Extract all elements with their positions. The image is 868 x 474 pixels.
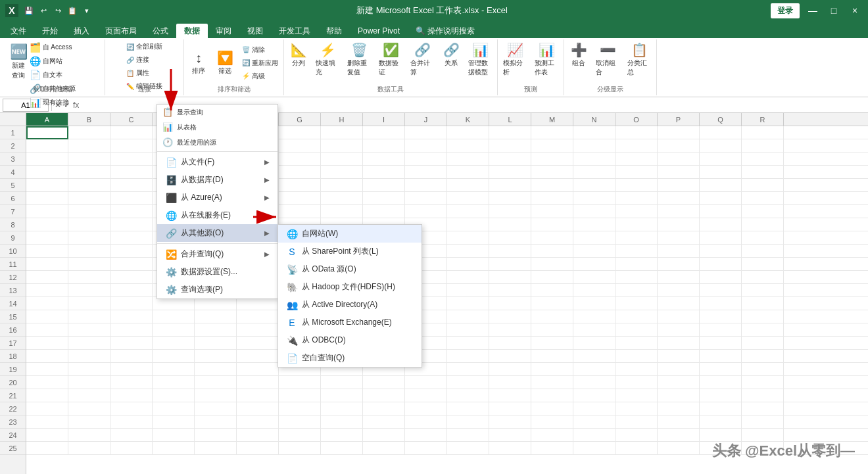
cell-c1[interactable] [110, 126, 153, 139]
from-online-services-item[interactable]: 🌐 从在线服务(E) ▶ [157, 206, 277, 224]
row-25[interactable]: 25 [0, 442, 26, 455]
row-9[interactable]: 9 [0, 231, 26, 245]
col-header-N[interactable]: N [573, 113, 615, 126]
ungroup-btn[interactable]: ➖ 取消组合 [593, 41, 622, 78]
manage-model-btn[interactable]: 📊 管理数据模型 [466, 41, 494, 78]
tab-formulas[interactable]: 公式 [145, 24, 176, 38]
print-quick-btn[interactable]: 📋 [66, 4, 79, 17]
from-table-item[interactable]: 📊 从表格 [157, 120, 277, 135]
row-3[interactable]: 3 [0, 153, 26, 166]
cell-l1[interactable] [489, 126, 531, 139]
from-active-directory-item[interactable]: 👥 从 Active Directory(A) [278, 296, 422, 314]
row-15[interactable]: 15 [0, 310, 26, 323]
row-4[interactable]: 4 [0, 166, 26, 179]
advanced-btn[interactable]: ⚡ 高级 [239, 70, 281, 82]
from-azure-item[interactable]: ⬛ 从 Azure(A) ▶ [157, 189, 277, 206]
from-web-item[interactable]: 🌐 自网站(W) [278, 225, 422, 243]
connections-btn[interactable]: 🔗 连接 [124, 54, 152, 66]
cell-i1[interactable] [363, 126, 405, 139]
recent-sources-item[interactable]: 🕐 最近使用的源 [157, 135, 277, 150]
row-17[interactable]: 17 [0, 337, 26, 350]
col-header-P[interactable]: P [658, 113, 700, 126]
cell-a2[interactable] [26, 139, 68, 153]
filter-btn[interactable]: 🔽 筛选 [213, 49, 237, 77]
new-query-btn[interactable]: 🆕 新建 查询 [3, 42, 34, 82]
from-other-sources-item[interactable]: 🔗 从其他源(O) ▶ 🌐 自网站(W) S 从 SharePoint 列表(L… [157, 224, 277, 242]
split-btn[interactable]: 📐 分列 [287, 41, 310, 69]
cell-k1[interactable] [447, 126, 489, 139]
row-6[interactable]: 6 [0, 192, 26, 205]
customize-quick-btn[interactable]: ▾ [80, 4, 93, 17]
cell-a1[interactable] [26, 126, 68, 139]
from-hadoop-item[interactable]: 🐘 从 Hadoop 文件(HDFS)(H) [278, 278, 422, 296]
minimize-button[interactable]: — [805, 3, 821, 18]
tab-help[interactable]: 帮助 [318, 24, 350, 38]
query-options-item[interactable]: ⚙️ 查询选项(P) [157, 281, 277, 298]
row-11[interactable]: 11 [0, 258, 26, 271]
consolidate-btn[interactable]: 🔗 合并计算 [408, 41, 437, 78]
tab-page-layout[interactable]: 页面布局 [97, 24, 145, 38]
col-header-R[interactable]: R [742, 113, 784, 126]
col-header-J[interactable]: J [405, 113, 447, 126]
close-button[interactable]: × [847, 3, 863, 18]
subtotal-btn[interactable]: 📋 分类汇总 [625, 41, 654, 78]
from-odata-item[interactable]: 📡 从 OData 源(O) [278, 260, 422, 278]
what-if-btn[interactable]: 📈 模拟分析 [500, 41, 529, 78]
forecast-sheet-btn[interactable]: 📊 预测工作表 [532, 41, 561, 78]
properties-btn[interactable]: 📋 属性 [124, 67, 152, 79]
tab-developer[interactable]: 开发工具 [271, 24, 318, 38]
from-sharepoint-item[interactable]: S 从 SharePoint 列表(L) [278, 243, 422, 260]
reapply-btn[interactable]: 🔄 重新应用 [239, 57, 281, 69]
row-23[interactable]: 23 [0, 415, 26, 429]
col-header-I[interactable]: I [363, 113, 405, 126]
row-5[interactable]: 5 [0, 179, 26, 192]
col-header-H[interactable]: H [321, 113, 363, 126]
row-20[interactable]: 20 [0, 376, 26, 389]
save-quick-btn[interactable]: 💾 [22, 4, 36, 17]
row-10[interactable]: 10 [0, 245, 26, 258]
tab-data[interactable]: 数据 [176, 24, 208, 38]
cell-o1[interactable] [615, 126, 658, 139]
tab-power-pivot[interactable]: Power Pivot [350, 24, 408, 38]
col-header-O[interactable]: O [615, 113, 658, 126]
blank-query-item[interactable]: 📄 空白查询(Q) [278, 349, 422, 367]
row-14[interactable]: 14 [0, 297, 26, 310]
cell-j1[interactable] [405, 126, 447, 139]
cell-r1[interactable] [742, 126, 784, 139]
tab-view[interactable]: 视图 [239, 24, 271, 38]
maximize-button[interactable]: □ [826, 3, 842, 18]
sort-btn[interactable]: ↕️ 排序 [187, 49, 210, 77]
flash-fill-btn[interactable]: ⚡ 快速填充 [313, 41, 342, 78]
remove-dup-btn[interactable]: 🗑️ 删除重复值 [345, 41, 374, 78]
group-btn[interactable]: ➕ 组合 [567, 41, 591, 69]
validate-btn[interactable]: ✅ 数据验证 [376, 41, 405, 78]
cell-n1[interactable] [573, 126, 615, 139]
row-22[interactable]: 22 [0, 402, 26, 415]
existing-connections-btn[interactable]: 📊 现有连接 [27, 96, 72, 109]
refresh-all-btn[interactable]: 🔄 全部刷新 [124, 41, 165, 53]
tab-home[interactable]: 开始 [34, 24, 66, 38]
col-header-M[interactable]: M [531, 113, 573, 126]
from-exchange-item[interactable]: E 从 Microsoft Exchange(E) [278, 314, 422, 331]
cell-q1[interactable] [700, 126, 742, 139]
tab-insert[interactable]: 插入 [66, 24, 97, 38]
cell-m1[interactable] [531, 126, 573, 139]
login-button[interactable]: 登录 [771, 3, 800, 18]
col-header-G[interactable]: G [279, 113, 321, 126]
row-24[interactable]: 24 [0, 429, 26, 442]
col-header-L[interactable]: L [489, 113, 531, 126]
tab-file[interactable]: 文件 [3, 24, 34, 38]
cell-a3[interactable] [26, 153, 68, 166]
row-21[interactable]: 21 [0, 389, 26, 402]
from-odbc-item[interactable]: 🔌 从 ODBC(D) [278, 331, 422, 349]
redo-quick-btn[interactable]: ↪ [51, 4, 64, 17]
tab-review[interactable]: 审阅 [208, 24, 239, 38]
show-query-item[interactable]: 📋 显示查询 [157, 105, 277, 120]
cell-g1[interactable] [279, 126, 321, 139]
cell-h1[interactable] [321, 126, 363, 139]
row-1[interactable]: 1 [0, 126, 26, 139]
row-12[interactable]: 12 [0, 271, 26, 284]
row-16[interactable]: 16 [0, 323, 26, 337]
row-8[interactable]: 8 [0, 218, 26, 231]
col-header-C[interactable]: C [110, 113, 153, 126]
